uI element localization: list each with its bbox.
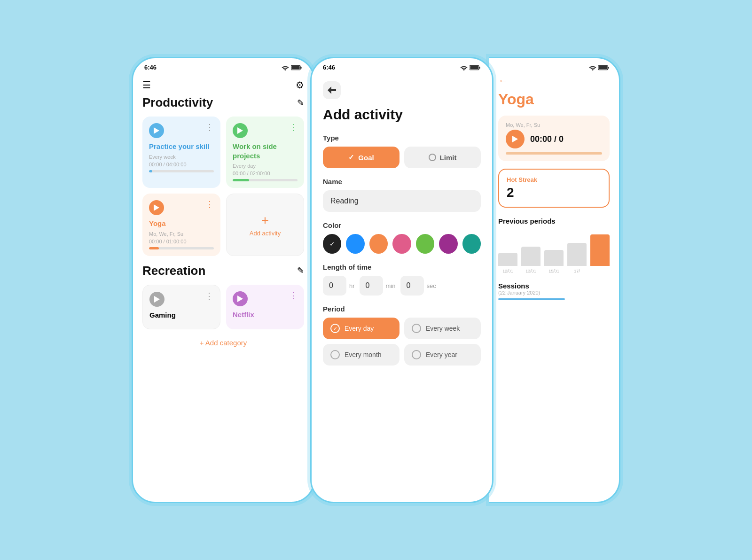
status-bar-3 <box>498 65 610 70</box>
yoga-progress-fill <box>149 247 159 249</box>
more-gaming-icon[interactable]: ⋮ <box>205 292 213 300</box>
color-teal[interactable] <box>462 234 481 254</box>
min-input[interactable] <box>360 276 383 296</box>
radio-check-icon: ✓ <box>333 326 337 332</box>
menu-icon[interactable]: ☰ <box>142 79 151 91</box>
length-inputs: hr min sec <box>323 276 481 296</box>
period-everyyear-btn[interactable]: Every year <box>404 344 481 366</box>
battery-icon <box>291 65 302 70</box>
type-section: Type ✓ Goal Limit <box>323 134 481 168</box>
limit-btn[interactable]: Limit <box>404 147 481 168</box>
sec-label: sec <box>427 282 436 289</box>
edit-recreation-icon[interactable]: ✎ <box>297 265 304 276</box>
more-yoga-icon[interactable]: ⋮ <box>205 200 214 209</box>
hr-input[interactable] <box>323 276 346 296</box>
svg-marker-7 <box>237 296 243 302</box>
card-gaming[interactable]: ⋮ Gaming <box>142 285 220 330</box>
yoga-time: 00:00 / 01:00:00 <box>149 239 214 244</box>
play-icon-4 <box>154 296 160 303</box>
bar-date-5 <box>590 269 610 273</box>
period-everyweek-radio <box>412 324 421 333</box>
card-yoga[interactable]: ⋮ Yoga Mo, We, Fr, Su 00:00 / 01:00:00 <box>142 194 220 256</box>
period-everyweek-btn[interactable]: Every week <box>404 318 481 339</box>
sec-group: sec <box>400 276 436 296</box>
more-projects-icon[interactable]: ⋮ <box>289 123 298 132</box>
color-black[interactable]: ✓ <box>323 234 341 254</box>
type-buttons: ✓ Goal Limit <box>323 147 481 168</box>
bar-date-1: 12/01 <box>498 269 517 273</box>
yoga-page-title: Yoga <box>498 91 610 108</box>
yoga-play-btn[interactable] <box>506 130 525 148</box>
bar-2 <box>521 247 540 266</box>
settings-icon[interactable]: ⚙ <box>296 79 304 91</box>
svg-rect-10 <box>470 66 478 69</box>
card-practice[interactable]: ⋮ Practice your skill Every week 00:00 /… <box>142 117 220 188</box>
add-plus-icon: + <box>261 213 269 228</box>
hr-group: hr <box>323 276 355 296</box>
recreation-cards: ⋮ Gaming ⋮ Netflix <box>142 285 304 330</box>
status-icons-2 <box>460 65 481 70</box>
hr-label: hr <box>349 282 355 289</box>
bar-3 <box>544 250 564 266</box>
name-input[interactable] <box>323 190 481 212</box>
color-section: Color ✓ <box>323 221 481 254</box>
add-category-btn[interactable]: + Add category <box>142 339 304 347</box>
svg-rect-2 <box>291 66 299 69</box>
svg-rect-13 <box>599 66 607 70</box>
card-netflix[interactable]: ⋮ Netflix <box>226 285 304 330</box>
bar-date-4: 17/ <box>567 269 587 273</box>
play-yoga-btn[interactable] <box>149 200 164 215</box>
period-everyday-radio: ✓ <box>330 324 340 333</box>
phone-screen3-wrapper: ← Yoga Mo, We, Fr, Su 00:00 / 0 Hot S <box>489 57 620 503</box>
color-orange[interactable] <box>369 234 388 254</box>
yoga-timer-section: Mo, We, Fr, Su 00:00 / 0 <box>498 116 610 161</box>
play-icon-2 <box>237 127 243 134</box>
goal-btn[interactable]: ✓ Goal <box>323 147 400 168</box>
play-netflix-btn[interactable] <box>233 291 248 306</box>
play-gaming-btn[interactable] <box>149 292 164 307</box>
play-projects-btn[interactable] <box>233 123 248 138</box>
add-activity-card[interactable]: + Add activity <box>226 194 304 256</box>
length-section: Length of time hr min sec <box>323 263 481 296</box>
bar-dates: 12/01 13/01 15/01 17/ <box>498 269 610 273</box>
netflix-title: Netflix <box>233 310 298 319</box>
more-practice-icon[interactable]: ⋮ <box>205 123 214 132</box>
sec-input[interactable] <box>400 276 424 296</box>
more-netflix-icon[interactable]: ⋮ <box>289 291 298 300</box>
min-label: min <box>386 282 396 289</box>
wifi-icon-2 <box>460 65 468 70</box>
period-everyday-btn[interactable]: ✓ Every day <box>323 318 400 339</box>
color-purple[interactable] <box>439 234 457 254</box>
back-btn-3[interactable]: ← <box>498 75 610 86</box>
edit-productivity-icon[interactable]: ✎ <box>297 98 304 108</box>
period-label: Period <box>323 305 481 313</box>
color-green[interactable] <box>416 234 434 254</box>
status-bar-1: 6:46 <box>133 58 313 75</box>
limit-label: Limit <box>440 154 457 162</box>
time-2: 6:46 <box>323 64 335 71</box>
name-label: Name <box>323 178 481 186</box>
productivity-title: Productivity <box>142 95 213 110</box>
phone-screen2: 6:46 Add activity Type ✓ Goal <box>310 57 494 503</box>
add-activity-label: Add activity <box>250 230 281 237</box>
length-label: Length of time <box>323 263 481 271</box>
practice-sub: Every week <box>149 154 214 160</box>
play-practice-btn[interactable] <box>149 123 164 138</box>
period-everymonth-btn[interactable]: Every month <box>323 344 400 366</box>
yoga-sub: Mo, We, Fr, Su <box>149 231 214 237</box>
sessions-title: Sessions <box>498 282 610 290</box>
hot-streak-box: Hot Streak 2 <box>498 169 610 208</box>
recreation-section-header: Recreation ✎ <box>142 264 304 278</box>
projects-title: Work on side projects <box>233 142 298 160</box>
svg-rect-12 <box>608 67 609 69</box>
yoga-timer-row: 00:00 / 0 <box>506 130 602 148</box>
card-projects[interactable]: ⋮ Work on side projects Every day 00:00 … <box>226 117 304 188</box>
time-1: 6:46 <box>144 64 157 71</box>
back-btn-2[interactable] <box>323 81 341 99</box>
recreation-title: Recreation <box>142 264 205 278</box>
period-section: Period ✓ Every day Every week <box>323 305 481 366</box>
yoga-progress <box>149 247 214 249</box>
color-pink[interactable] <box>392 234 411 254</box>
goal-check-icon: ✓ <box>348 153 354 162</box>
color-blue[interactable] <box>346 234 364 254</box>
